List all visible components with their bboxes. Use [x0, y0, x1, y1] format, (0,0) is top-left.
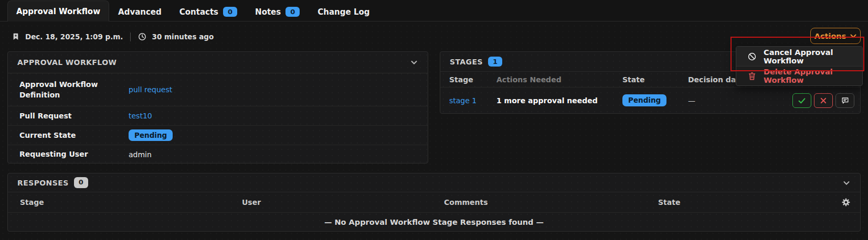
column-header-state: State: [622, 75, 688, 84]
notes-count-badge: 0: [285, 7, 300, 17]
panel-title: RESPONSES: [17, 179, 69, 187]
panel-title: STAGES: [450, 58, 483, 66]
column-header-stage: Stage: [20, 198, 242, 206]
stage-link[interactable]: stage 1: [449, 96, 477, 105]
column-header-stage: Stage: [449, 75, 496, 84]
stage-row-actions: [792, 93, 854, 108]
column-header-user: User: [242, 198, 444, 206]
tab-advanced[interactable]: Advanced: [109, 2, 171, 21]
column-header-comments: Comments: [444, 198, 658, 206]
column-header-actions-needed: Actions Needed: [496, 75, 622, 84]
field-row: Pull Request test10: [8, 106, 428, 126]
timestamp-row: Dec. 18, 2025, 1:09 p.m. 30 minutes ago: [12, 29, 214, 45]
approval-workflow-definition-link[interactable]: pull request: [129, 85, 172, 94]
approve-stage-button[interactable]: [792, 93, 811, 108]
pull-request-link[interactable]: test10: [129, 112, 152, 120]
chevron-down-icon: [850, 34, 856, 38]
menu-item-label: Delete Approval Workflow: [764, 68, 856, 84]
tab-change-log[interactable]: Change Log: [309, 2, 378, 21]
comment-icon: [841, 96, 850, 105]
stage-state-badge: Pending: [622, 94, 666, 106]
field-label: Approval Workflow Definition: [19, 79, 120, 101]
collapse-chevron-icon[interactable]: [842, 179, 851, 187]
gear-icon: [841, 198, 851, 207]
field-label: Current State: [19, 130, 120, 140]
approval-workflow-panel: APPROVAL WORKFLOW Approval Workflow Defi…: [7, 51, 428, 163]
actions-needed-value: 1 more approval needed: [496, 96, 622, 105]
tab-label: Change Log: [317, 7, 369, 17]
current-state-badge: Pending: [129, 129, 173, 141]
tab-label: Contacts: [179, 7, 218, 17]
actions-dropdown-menu: Cancel Approval Workflow Delete Approval…: [736, 46, 863, 86]
clock-icon: [138, 32, 146, 41]
contacts-count-badge: 0: [223, 7, 237, 17]
reject-stage-button[interactable]: [814, 93, 833, 108]
responses-count-badge: 0: [74, 177, 88, 188]
actions-button-label: Actions: [814, 32, 846, 40]
comment-stage-button[interactable]: [835, 93, 854, 108]
field-row: Requesting User admin: [8, 145, 428, 163]
actions-button[interactable]: Actions: [810, 28, 861, 44]
check-icon: [798, 97, 806, 104]
tab-label: Approval Workflow: [16, 7, 100, 16]
relative-time: 30 minutes ago: [152, 32, 214, 41]
ban-icon: [747, 52, 757, 61]
field-label: Pull Request: [19, 111, 120, 121]
menu-item-delete-approval-workflow[interactable]: Delete Approval Workflow: [736, 66, 862, 85]
created-date: Dec. 18, 2025, 1:09 p.m.: [25, 32, 123, 41]
stages-count-badge: 1: [488, 57, 502, 67]
responses-table-header: Stage User Comments State: [8, 192, 860, 213]
collapse-chevron-icon[interactable]: [410, 58, 418, 67]
column-header-state: State: [658, 198, 841, 206]
x-icon: [820, 97, 827, 104]
empty-state-message: — No Approval Workflow Stage Responses f…: [8, 213, 860, 231]
stage-table-row: stage 1 1 more approval needed Pending —: [440, 88, 860, 113]
tab-contacts[interactable]: Contacts 0: [171, 2, 246, 21]
tab-notes[interactable]: Notes 0: [246, 2, 309, 21]
panel-title: APPROVAL WORKFLOW: [17, 58, 117, 67]
tab-label: Notes: [255, 7, 281, 17]
table-settings-button[interactable]: [841, 198, 851, 207]
divider: [130, 32, 131, 41]
approval-workflow-page: Approval Workflow Advanced Contacts 0 No…: [0, 0, 868, 240]
tab-approval-workflow[interactable]: Approval Workflow: [7, 1, 109, 21]
field-row: Approval Workflow Definition pull reques…: [8, 73, 428, 106]
trash-icon: [747, 71, 757, 81]
decision-date-value: —: [688, 96, 746, 105]
bookmark-icon: [12, 32, 20, 41]
menu-item-cancel-approval-workflow[interactable]: Cancel Approval Workflow: [736, 47, 862, 66]
menu-item-label: Cancel Approval Workflow: [764, 48, 856, 65]
responses-panel: RESPONSES 0 Stage User Comments State: [7, 173, 861, 232]
approval-workflow-panel-header: APPROVAL WORKFLOW: [8, 52, 428, 73]
tab-bar: Approval Workflow Advanced Contacts 0 No…: [0, 0, 868, 21]
field-row: Current State Pending: [8, 126, 428, 145]
responses-panel-header: RESPONSES 0: [8, 173, 860, 192]
tab-label: Advanced: [118, 7, 162, 17]
requesting-user-value: admin: [120, 150, 152, 159]
field-label: Requesting User: [19, 149, 120, 159]
